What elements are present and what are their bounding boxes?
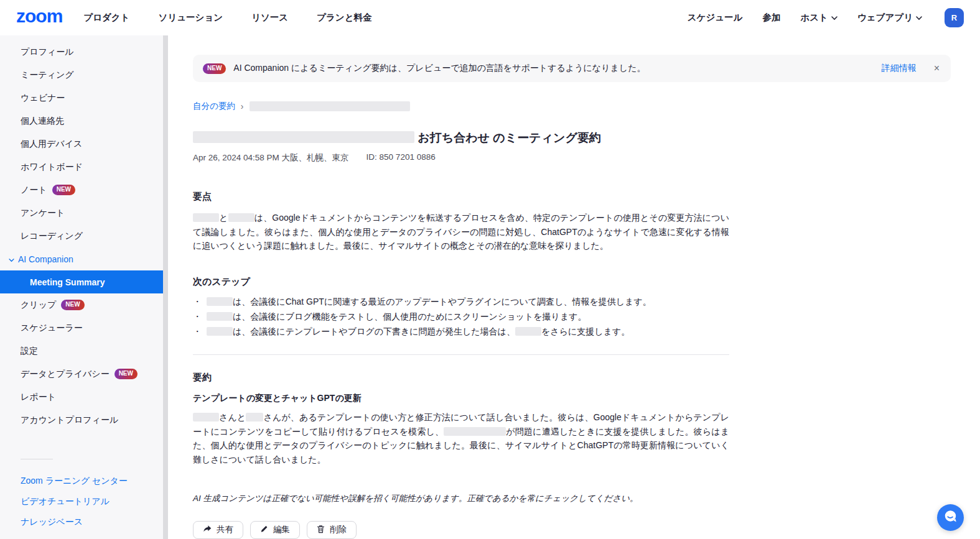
sidebar-item-data-privacy[interactable]: データとプライバシーNEW [0,362,168,385]
meeting-meta: Apr 26, 2024 04:58 PM 大阪、札幌、東京 ID: 850 7… [193,152,951,164]
edit-button[interactable]: 編集 [250,521,300,539]
ai-disclaimer: AI 生成コンテンツは正確でない可能性や誤解を招く可能性があります。正確であるか… [193,493,729,504]
sidebar-item-recordings[interactable]: レコーディング [0,224,168,247]
page-title: お打ち合わせ のミーティング要約 [193,130,951,146]
new-badge: NEW [61,300,84,310]
sidebar-link-video-tutorials[interactable]: ビデオチュートリアル [0,491,168,512]
sidebar-item-account-profile[interactable]: アカウントプロフィール [0,408,168,431]
chat-bubble-icon [943,509,958,527]
redacted-name [193,213,219,222]
sidebar-item-surveys[interactable]: アンケート [0,201,168,224]
meeting-datetime: Apr 26, 2024 04:58 PM 大阪、札幌、東京 [193,152,349,164]
avatar[interactable]: R [945,8,964,27]
sidebar-item-scheduler[interactable]: スケジューラー [0,316,168,339]
section-divider [193,354,729,355]
close-icon[interactable]: × [934,63,940,73]
sidebar-item-settings[interactable]: 設定 [0,339,168,362]
redacted-meeting-name [193,131,414,143]
sidebar-item-devices[interactable]: 個人用デバイス [0,132,168,155]
redacted-name [246,413,263,422]
redacted-name [444,427,506,436]
sidebar-item-meetings[interactable]: ミーティング [0,63,168,86]
new-badge: NEW [114,369,138,379]
sidebar-item-notes[interactable]: ノートNEW [0,178,168,201]
banner-message: AI Companion によるミーティング要約は、プレビューで追加の言語をサポ… [233,63,645,74]
nav-join[interactable]: 参加 [762,12,780,24]
chat-launcher-button[interactable] [937,504,964,531]
breadcrumb: 自分の要約 › [193,101,951,112]
summary-subheading: テンプレートの変更とチャットGPTの更新 [193,393,729,404]
next-step-item: ・ は、会議後にChat GPTに関連する最近のアップデートやプラグインについて… [193,296,729,308]
next-step-item: ・ は、会議後にブログ機能をテストし、個人使用のためにスクリーンショットを撮りま… [193,311,729,323]
top-header: zoom プロダクト ソリューション リソース プランと料金 スケジュール 参加… [0,0,980,35]
chevron-down-icon [916,12,922,22]
nav-solutions[interactable]: ソリューション [159,12,223,24]
share-icon [203,525,212,535]
sidebar-link-learning-center[interactable]: Zoom ラーニング センター [0,471,168,491]
redacted-name [207,327,233,336]
redacted-name [207,312,233,321]
nav-webapp[interactable]: ウェブアプリ [857,12,922,24]
zoom-logo[interactable]: zoom [16,7,62,29]
summary-body: さんとさんが、あるテンプレートの使い方と修正方法について話し合いました。彼らは、… [193,410,729,467]
nav-products[interactable]: プロダクト [83,12,129,24]
keypoints-body: とは、Googleドキュメントからコンテンツを転送するプロセスを含め、特定のテン… [193,211,729,253]
redacted-name [228,213,254,222]
new-badge: NEW [203,63,226,74]
summary-heading: 要約 [193,372,729,384]
redacted-name [193,413,219,422]
nav-schedule[interactable]: スケジュール [688,12,743,24]
next-steps-heading: 次のステップ [193,276,729,288]
sidebar-item-ai-companion[interactable]: AI Companion [0,247,168,270]
nav-plans[interactable]: プランと料金 [317,12,371,24]
sidebar-item-meeting-summary[interactable]: Meeting Summary [0,270,163,293]
meeting-id: ID: 850 7201 0886 [366,152,436,164]
trash-icon [317,525,325,535]
section-next-steps: 次のステップ ・ は、会議後にChat GPTに関連する最近のアップデートやプラ… [193,276,729,338]
keypoints-heading: 要点 [193,191,729,203]
chevron-down-icon [9,254,14,264]
action-buttons: 共有 編集 削除 [193,521,729,539]
sidebar-item-webinars[interactable]: ウェビナー [0,86,168,109]
primary-nav: プロダクト ソリューション リソース プランと料金 [83,12,371,24]
announcement-banner: NEW AI Companion によるミーティング要約は、プレビューで追加の言… [193,55,951,82]
sidebar-scrollbar[interactable] [163,35,168,539]
sidebar-item-reports[interactable]: レポート [0,385,168,408]
sidebar: プロフィール ミーティング ウェビナー 個人連絡先 個人用デバイス ホワイトボー… [0,35,168,539]
nav-host[interactable]: ホスト [800,12,838,24]
nav-resources[interactable]: リソース [251,12,288,24]
next-step-item: ・ は、会議後にテンプレートやブログの下書きに問題が発生した場合は、をさらに支援… [193,326,729,338]
sidebar-item-profile[interactable]: プロフィール [0,40,168,63]
secondary-nav: スケジュール 参加 ホスト ウェブアプリ R [688,8,964,27]
sidebar-divider [21,459,53,459]
breadcrumb-separator: › [241,101,244,111]
share-button[interactable]: 共有 [193,521,243,539]
main-content: NEW AI Companion によるミーティング要約は、プレビューで追加の言… [168,35,980,539]
chevron-down-icon [831,12,838,22]
sidebar-item-contacts[interactable]: 個人連絡先 [0,109,168,132]
breadcrumb-my-summaries[interactable]: 自分の要約 [193,101,235,112]
new-badge: NEW [52,185,75,195]
sidebar-item-clips[interactable]: クリップNEW [0,293,168,316]
redacted-name [207,297,233,306]
pencil-icon [260,525,268,535]
section-keypoints: 要点 とは、Googleドキュメントからコンテンツを転送するプロセスを含め、特定… [193,191,729,253]
redacted-breadcrumb-title [250,101,410,111]
delete-button[interactable]: 削除 [307,521,357,539]
sidebar-link-knowledge-base[interactable]: ナレッジベース [0,512,168,532]
section-summary-detail: 要約 テンプレートの変更とチャットGPTの更新 さんとさんが、あるテンプレートの… [193,372,729,467]
redacted-name [515,327,541,336]
banner-details-link[interactable]: 詳細情報 [882,63,917,74]
sidebar-item-whiteboard[interactable]: ホワイトボード [0,155,168,178]
